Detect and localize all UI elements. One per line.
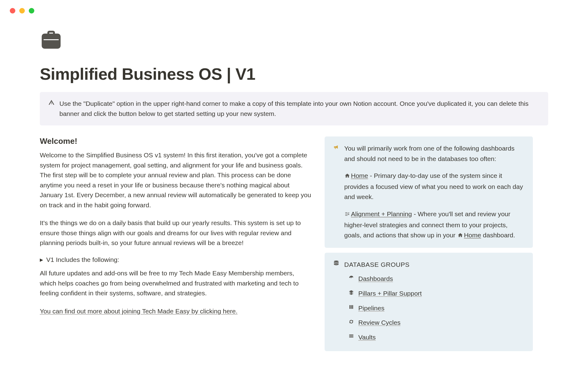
- toggle-label: V1 Includes the following:: [46, 256, 119, 263]
- db-item-dashboards[interactable]: Dashboards: [344, 271, 524, 286]
- dashboard-icon: [348, 274, 355, 283]
- cycle-icon: [348, 318, 355, 327]
- page-title: Simplified Business OS | V1: [40, 64, 548, 83]
- db-item-pipelines[interactable]: Pipelines: [344, 301, 524, 316]
- alignment-icon: [344, 209, 350, 220]
- dashboards-callout: You will primarily work from one of the …: [325, 136, 533, 248]
- toggle-triangle-icon: ▶: [40, 257, 43, 262]
- banner-text: Use the "Duplicate" option in the upper …: [59, 99, 540, 119]
- home-icon: [457, 231, 463, 241]
- alignment-dashboard-line: Alignment + Planning - Where you'll set …: [344, 209, 524, 241]
- warning-icon: [48, 99, 55, 119]
- close-window-icon[interactable]: [10, 8, 15, 13]
- welcome-paragraph-2: It's the things we do on a daily basis t…: [40, 218, 312, 248]
- home-link[interactable]: Home: [351, 172, 368, 179]
- layers-icon: [348, 289, 355, 298]
- info-banner: Use the "Duplicate" option in the upper …: [40, 92, 548, 125]
- briefcase-icon[interactable]: [40, 29, 62, 52]
- database-groups-callout: DATABASE GROUPS Dashboards Pillars + Pil…: [325, 253, 533, 351]
- home-link-inline[interactable]: Home: [464, 232, 481, 239]
- minimize-window-icon[interactable]: [19, 8, 25, 13]
- megaphone-icon: [333, 144, 339, 241]
- maximize-window-icon[interactable]: [29, 8, 34, 13]
- window-traffic-lights: [0, 0, 588, 13]
- welcome-paragraph-1: Welcome to the Simplified Business OS v1…: [40, 150, 312, 210]
- db-item-review-cycles[interactable]: Review Cycles: [344, 315, 524, 330]
- join-link[interactable]: You can find out more about joining Tech…: [40, 308, 238, 315]
- columns-icon: [348, 303, 355, 312]
- callout-intro: You will primarily work from one of the …: [344, 143, 524, 164]
- updates-paragraph: All future updates and add-ons will be f…: [40, 268, 312, 298]
- v1-includes-toggle[interactable]: ▶ V1 Includes the following:: [40, 256, 312, 263]
- home-icon: [344, 171, 350, 182]
- database-groups-title: DATABASE GROUPS: [344, 259, 524, 270]
- vault-icon: [348, 332, 355, 342]
- database-stack-icon: [333, 260, 339, 345]
- alignment-link[interactable]: Alignment + Planning: [351, 210, 412, 217]
- welcome-heading: Welcome!: [40, 136, 312, 146]
- db-item-vaults[interactable]: Vaults: [344, 330, 524, 345]
- db-item-pillars[interactable]: Pillars + Pillar Support: [344, 286, 524, 301]
- home-dashboard-line: Home - Primary day-to-day use of the sys…: [344, 171, 524, 202]
